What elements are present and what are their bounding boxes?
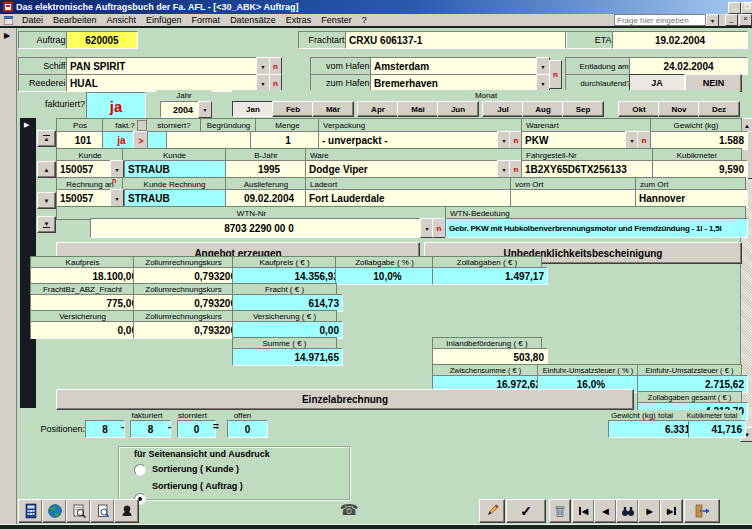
phone-icon: ☎ xyxy=(340,501,359,519)
jahr-dropdown-icon[interactable]: ▾ xyxy=(198,101,212,118)
monat-apr-button[interactable]: Apr xyxy=(357,101,399,117)
menu-extras[interactable]: Extras xyxy=(281,15,317,25)
monat-nov-button[interactable]: Nov xyxy=(658,101,700,117)
sort-auftrag-label[interactable]: Sortierung ( Auftrag ) xyxy=(152,481,312,491)
print-preview-icon xyxy=(71,503,87,519)
menu-einfuegen[interactable]: Einfügen xyxy=(141,15,187,25)
auftrag-field[interactable]: 620005 xyxy=(66,31,138,49)
frachtart-field[interactable]: CRXU 606137-1 xyxy=(345,31,567,49)
contact-button[interactable] xyxy=(114,499,139,523)
record-down-button[interactable]: ▼ xyxy=(37,192,56,209)
record-last-button[interactable]: ▼ xyxy=(37,216,56,233)
globe-icon xyxy=(47,503,63,519)
vom-hafen-field[interactable]: Amsterdam xyxy=(370,57,544,75)
positionen-label: Positionen: xyxy=(28,422,88,436)
maximize-button[interactable]: ❐ xyxy=(741,2,752,14)
search-record-button[interactable] xyxy=(616,499,639,523)
right-icon: ▶ xyxy=(646,507,652,516)
minimize-button[interactable]: _ xyxy=(728,2,741,14)
search-dropdown-icon[interactable]: ▾ xyxy=(706,14,719,27)
entladung-field[interactable]: 24.02.2004 xyxy=(629,57,748,75)
kurs3-field[interactable]: 0,793200 xyxy=(133,321,240,339)
binoculars-icon xyxy=(621,504,635,518)
rechnung-new-button[interactable]: n xyxy=(112,177,116,184)
sort-kunde-label[interactable]: Sortierung ( Kunde ) xyxy=(152,464,312,474)
monat-mai-button[interactable]: Mai xyxy=(397,101,439,117)
confirm-button[interactable]: ✓ xyxy=(506,499,546,523)
storniert-count-label: storniert xyxy=(165,410,220,420)
exit-button[interactable] xyxy=(684,499,720,523)
menu-ansicht[interactable]: Ansicht xyxy=(102,15,142,25)
schiff-label: Schiff: xyxy=(18,57,72,75)
right-icon: ▶ xyxy=(667,507,673,516)
sort-kunde-radio[interactable] xyxy=(134,464,146,476)
monat-sep-button[interactable]: Sep xyxy=(562,101,604,117)
first-record-button[interactable]: ◀ xyxy=(572,499,595,523)
gewicht-total-field[interactable]: 6.331 xyxy=(608,420,694,438)
menu-help[interactable]: ? xyxy=(357,15,372,25)
calculator-button[interactable] xyxy=(18,499,43,523)
eta-field[interactable]: 19.02.2004 xyxy=(612,31,748,49)
storniert-count-field[interactable]: 0 xyxy=(177,420,216,438)
menu-fenster[interactable]: Fenster xyxy=(316,15,357,25)
child-minimize-button[interactable]: _ xyxy=(725,14,738,26)
fakturiert-count-field[interactable]: 8 xyxy=(130,420,171,438)
monat-maer-button[interactable]: Mär xyxy=(312,101,354,117)
minus-sign: - xyxy=(121,421,124,432)
child-close-button[interactable]: × xyxy=(739,14,752,26)
delete-button[interactable] xyxy=(549,499,571,523)
left-icon: ◀ xyxy=(602,507,608,516)
positionen-total-field[interactable]: 8 xyxy=(85,420,125,438)
versicherung-field[interactable]: 0,00 xyxy=(30,321,141,339)
search-input[interactable] xyxy=(614,14,706,26)
print-preview-button[interactable] xyxy=(66,499,91,523)
pencil-icon xyxy=(484,503,500,519)
schiff-new-button[interactable]: n xyxy=(269,57,282,75)
wtn-nr-field[interactable]: 8703 2290 00 0 xyxy=(90,218,428,238)
equals-sign: = xyxy=(213,421,219,432)
kubikmeter-total-field[interactable]: 41,716 xyxy=(688,420,746,438)
jahr-label: Jahr xyxy=(156,90,212,101)
globe-button[interactable] xyxy=(42,499,67,523)
monat-jan-button[interactable]: Jan xyxy=(232,101,274,117)
record-first-button[interactable]: ▲ xyxy=(37,130,56,147)
monat-dez-button[interactable]: Dez xyxy=(698,101,740,117)
vom-hafen-dropdown-icon[interactable]: ▾ xyxy=(536,57,550,75)
schiff-dropdown-icon[interactable]: ▾ xyxy=(256,57,270,75)
monat-jun-button[interactable]: Jun xyxy=(437,101,479,117)
exit-door-icon xyxy=(693,503,711,519)
page-search-icon xyxy=(95,503,111,519)
offen-count-field[interactable]: 0 xyxy=(227,420,268,438)
title-bar: Das elektronische Auftragsbuch der Fa. A… xyxy=(0,0,752,14)
monat-okt-button[interactable]: Okt xyxy=(618,101,660,117)
record-up-button[interactable]: ▲ xyxy=(37,161,56,178)
zollabgabe-pct-field[interactable]: 10,0% xyxy=(335,267,440,285)
phone-button[interactable]: ☎ xyxy=(336,498,362,522)
monat-jul-button[interactable]: Jul xyxy=(482,101,524,117)
hafen-new-button[interactable]: n xyxy=(549,60,562,89)
next-record-button[interactable]: ▶ xyxy=(638,499,661,523)
frachtart-label: Frachtart: xyxy=(298,31,351,49)
einzelabrechnung-button[interactable]: Einzelabrechnung xyxy=(56,389,634,410)
app-icon xyxy=(3,2,13,12)
fakturiert-field[interactable]: ja xyxy=(86,92,146,120)
entladung-label: Entladung am: xyxy=(565,57,635,75)
menu-datei[interactable]: Datei xyxy=(17,15,48,25)
wtn-bedeutung-field[interactable]: Gebr. PKW mit Hubkolbenverbrennungsmotor… xyxy=(445,218,748,238)
page-search-button[interactable] xyxy=(90,499,115,523)
last-record-button[interactable]: ▶ xyxy=(660,499,683,523)
monat-feb-button[interactable]: Feb xyxy=(272,101,314,117)
schiff-field[interactable]: PAN SPIRIT xyxy=(66,57,264,75)
menu-format[interactable]: Format xyxy=(187,15,226,25)
menu-datensaetze[interactable]: Datensätze xyxy=(225,15,281,25)
up-icon: ▲ xyxy=(44,167,50,173)
summe-field[interactable]: 14.971,65 xyxy=(232,348,343,366)
menu-bearbeiten[interactable]: Bearbeiten xyxy=(48,15,102,25)
wtn-new-button[interactable]: n xyxy=(432,218,446,238)
monat-aug-button[interactable]: Aug xyxy=(522,101,564,117)
mdi-child-icon xyxy=(4,16,13,25)
up-icon: ▲ xyxy=(44,136,50,142)
zollabgaben-eur-field[interactable]: 1.497,17 xyxy=(432,267,548,285)
edit-button[interactable] xyxy=(479,499,505,523)
previous-record-button[interactable]: ◀ xyxy=(594,499,617,523)
